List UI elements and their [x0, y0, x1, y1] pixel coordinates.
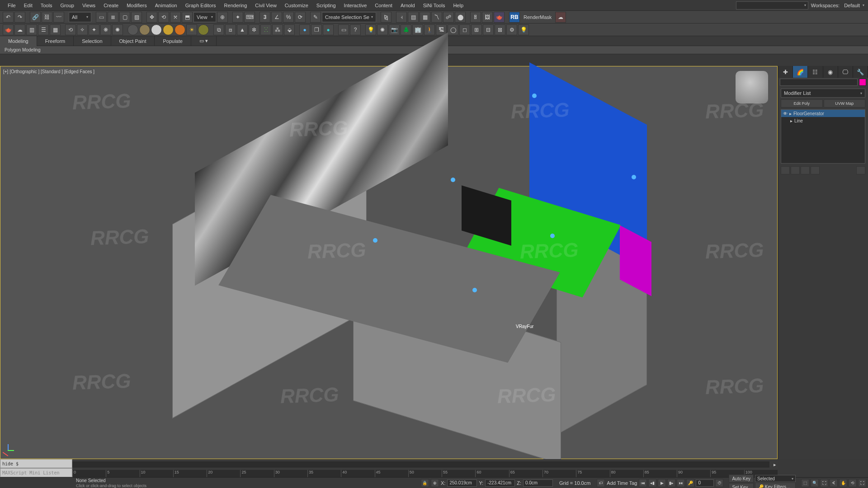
- current-frame-input[interactable]: 0: [696, 479, 714, 487]
- add-time-tag-button[interactable]: Add Time Tag: [607, 480, 637, 486]
- render-setup-button[interactable]: 🎚: [470, 12, 481, 23]
- toggle-ribbon-button[interactable]: ▦: [420, 12, 430, 23]
- person-icon[interactable]: 🚶: [424, 24, 435, 35]
- render-frame-button[interactable]: 🖼: [482, 12, 493, 23]
- scatter-icon[interactable]: ⁂: [272, 24, 283, 35]
- undo-button[interactable]: ↶: [3, 12, 14, 23]
- copy-icon[interactable]: ❐: [311, 24, 322, 35]
- helper-icon[interactable]: ▲: [237, 24, 248, 35]
- link-icon[interactable]: ⧉: [213, 24, 224, 35]
- time-config-icon[interactable]: ⏱: [715, 479, 723, 487]
- sphere-gold-icon[interactable]: [163, 24, 174, 35]
- menu-customize[interactable]: Customize: [281, 0, 312, 10]
- dot-teal-icon[interactable]: ●: [323, 24, 334, 35]
- menu-graph-editors[interactable]: Graph Editors: [181, 0, 220, 10]
- menu-interactive[interactable]: Interactive: [340, 0, 371, 10]
- y-coord-input[interactable]: -223.421cm: [485, 479, 515, 487]
- time-slider[interactable]: ◂ 0 / 100 ▸: [0, 459, 778, 470]
- coord-mode-icon[interactable]: ⊕: [431, 479, 439, 487]
- zoom-extents-icon[interactable]: 🔍: [811, 479, 819, 487]
- mirror-button[interactable]: ⧎: [381, 12, 392, 23]
- material-editor-button[interactable]: ⬤: [455, 12, 466, 23]
- dot-blue-icon[interactable]: ●: [299, 24, 310, 35]
- select-rect-button[interactable]: ▢: [119, 12, 130, 23]
- viewport[interactable]: [+] [Orthographic ] [Standard ] [Edged F…: [0, 66, 778, 459]
- keyboard-shortcut-button[interactable]: ⌨: [244, 12, 255, 23]
- move-button[interactable]: ✥: [146, 12, 157, 23]
- help-icon[interactable]: ?: [350, 24, 361, 35]
- workspaces-value[interactable]: Default: [844, 3, 860, 8]
- light2-icon[interactable]: ✺: [377, 24, 388, 35]
- create-tab-icon[interactable]: ✚: [778, 66, 793, 78]
- menu-help[interactable]: Help: [449, 0, 467, 10]
- menu-group[interactable]: Group: [56, 0, 78, 10]
- remove-modifier-icon[interactable]: [811, 166, 820, 174]
- key-mode-icon[interactable]: 🔑: [686, 479, 694, 487]
- menu-views[interactable]: Views: [78, 0, 99, 10]
- isolate-icon[interactable]: ⬚: [801, 479, 809, 487]
- fov-icon[interactable]: ∢: [830, 479, 838, 487]
- object-name-input[interactable]: [780, 79, 858, 86]
- bulb-icon[interactable]: 💡: [518, 24, 529, 35]
- window-crossing-button[interactable]: ▨: [131, 12, 142, 23]
- stack-item-floorgenerator[interactable]: 👁▸FloorGenerator: [781, 110, 865, 117]
- object-color-swatch[interactable]: [859, 79, 866, 86]
- rb-button[interactable]: RB: [509, 12, 520, 23]
- menu-modifiers[interactable]: Modifiers: [123, 0, 151, 10]
- circle-icon[interactable]: ◯: [448, 24, 458, 35]
- scale-button[interactable]: ⤧: [170, 12, 181, 23]
- bind-spacewarp-button[interactable]: 〰: [53, 12, 64, 23]
- tool-icon-1[interactable]: ⟲: [65, 24, 76, 35]
- menu-rendering[interactable]: Rendering: [220, 0, 251, 10]
- sun-icon[interactable]: ☀: [186, 24, 197, 35]
- structure-icon[interactable]: 🏗: [436, 24, 447, 35]
- autokey-button[interactable]: Auto Key: [729, 474, 754, 483]
- percent-snap-button[interactable]: %: [283, 12, 294, 23]
- render-mask-icon[interactable]: ☁: [555, 12, 566, 23]
- redo-button[interactable]: ↷: [14, 12, 25, 23]
- spray-icon[interactable]: ✼: [249, 24, 259, 35]
- pin-stack-icon[interactable]: [781, 166, 790, 174]
- motion-tab-icon[interactable]: ◉: [823, 66, 838, 78]
- tool-icon-8[interactable]: ⚙: [506, 24, 517, 35]
- display-tab-icon[interactable]: 🖵: [838, 66, 853, 78]
- make-unique-icon[interactable]: [801, 166, 810, 174]
- spinner-snap-button[interactable]: ⟳: [295, 12, 306, 23]
- schematic-view-button[interactable]: ☍: [443, 12, 454, 23]
- next-frame-icon[interactable]: ▮▸: [667, 479, 675, 487]
- cloud-icon[interactable]: ☁: [14, 24, 25, 35]
- edit-named-sel-button[interactable]: ✎: [310, 12, 321, 23]
- setkey-button[interactable]: Set Key: [729, 483, 754, 488]
- light-icon[interactable]: 💡: [365, 24, 376, 35]
- ribbon-expand-icon[interactable]: ▭ ▾: [191, 36, 217, 46]
- utilities-tab-icon[interactable]: 🔧: [853, 66, 868, 78]
- x-coord-input[interactable]: 250.019cm: [447, 479, 477, 487]
- ribbon-tab-populate[interactable]: Populate: [155, 36, 191, 46]
- configure-sets-icon[interactable]: [856, 166, 865, 174]
- grid-icon[interactable]: ▦: [50, 24, 61, 35]
- zoom-all-icon[interactable]: ⛶: [820, 479, 828, 487]
- max-viewport-icon[interactable]: ⛶: [858, 479, 866, 487]
- align-button[interactable]: ⫞: [396, 12, 407, 23]
- orbit-icon[interactable]: ⟲: [849, 479, 857, 487]
- menu-sini-tools[interactable]: SiNi Tools: [419, 0, 449, 10]
- tool-icon-3[interactable]: ✦: [89, 24, 99, 35]
- listener-prompt[interactable]: MAXScript Mini Listen: [0, 468, 72, 477]
- render-mask-label[interactable]: RenderMask: [521, 14, 554, 20]
- pivot-button[interactable]: ⊕: [217, 12, 228, 23]
- named-sel-dropdown[interactable]: Create Selection Se▾: [322, 12, 376, 22]
- menu-arnold[interactable]: Arnold: [396, 0, 419, 10]
- rotate-button[interactable]: ⟲: [158, 12, 169, 23]
- layer-explorer-button[interactable]: ▤: [408, 12, 419, 23]
- tool-icon-4[interactable]: ❋: [100, 24, 111, 35]
- link-button[interactable]: 🔗: [30, 12, 41, 23]
- workspace-search[interactable]: ▾: [736, 1, 808, 9]
- menu-file[interactable]: File: [4, 0, 20, 10]
- curve-editor-button[interactable]: 〽: [431, 12, 442, 23]
- modifier-stack[interactable]: 👁▸FloorGenerator ▸Line: [781, 109, 865, 164]
- grid2-icon[interactable]: ⊠: [495, 24, 505, 35]
- hierarchy-tab-icon[interactable]: ☷: [808, 66, 823, 78]
- plus-box-icon[interactable]: ⊞: [471, 24, 482, 35]
- sphere-grey-icon[interactable]: [127, 24, 138, 35]
- chevron-down-icon[interactable]: ▾: [863, 3, 864, 7]
